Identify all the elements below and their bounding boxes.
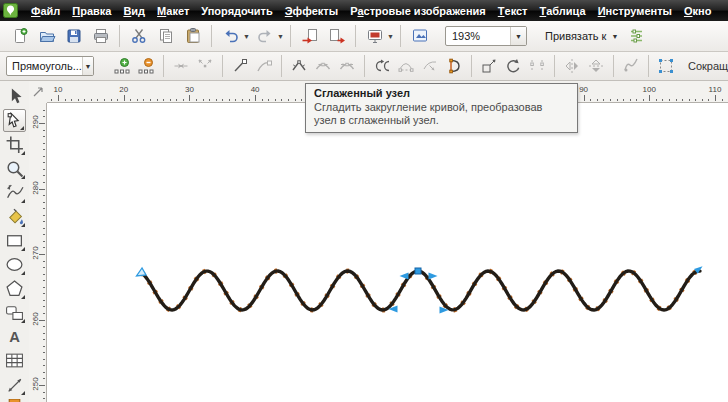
freehand-tool[interactable] (3, 181, 26, 204)
menu-item-edit[interactable]: Правка (66, 0, 117, 21)
undo-icon[interactable] (219, 25, 242, 48)
ruler-tick (43, 293, 45, 294)
coreldraw-app-icon[interactable] (3, 3, 18, 18)
ruler-origin-icon[interactable] (29, 81, 47, 103)
zoom-level-combo[interactable]: 193% ▼ (445, 26, 527, 46)
extend-curve-to-close-icon[interactable] (395, 55, 417, 77)
cut-icon[interactable] (127, 25, 150, 48)
flyout-corner-icon (21, 223, 25, 227)
ruler-tick (43, 261, 45, 262)
property-bar-divider (281, 55, 282, 77)
flyout-corner-icon (21, 247, 25, 251)
convert-to-curve-icon[interactable] (253, 55, 275, 77)
preset-combo-arrow-icon[interactable]: ▼ (82, 57, 93, 75)
application-launcher-dropdown-arrow-icon[interactable]: ▼ (386, 33, 395, 40)
menu-item-effects[interactable]: Эффекты (279, 0, 344, 21)
crop-tool[interactable] (3, 133, 26, 156)
align-nodes-icon[interactable] (526, 55, 548, 77)
menu-item-layout[interactable]: Макет (151, 0, 195, 21)
basic-shapes-tool[interactable] (3, 301, 26, 324)
snap-to-button[interactable]: Привязать к ▼ (541, 28, 622, 44)
preset-combo-value: Прямоуголь... (12, 60, 82, 72)
add-node-icon[interactable] (111, 55, 133, 77)
ruler-tick (43, 208, 45, 209)
interactive-fill-tool[interactable] (3, 397, 26, 402)
menu-item-table[interactable]: Таблица (534, 0, 592, 21)
ruler-tick (617, 99, 618, 101)
symmetrical-node-icon[interactable] (336, 55, 358, 77)
break-curve-icon[interactable] (194, 55, 216, 77)
property-bar-divider (613, 55, 614, 77)
smart-fill-tool[interactable] (3, 205, 26, 228)
ruler-tick (43, 326, 45, 327)
ruler-tick (170, 99, 171, 101)
rectangle-tool[interactable] (3, 229, 26, 252)
preset-combo[interactable]: Прямоуголь... ▼ (6, 56, 94, 76)
paste-icon[interactable] (181, 25, 204, 48)
table-tool[interactable] (3, 349, 26, 372)
ruler-tick (262, 99, 263, 101)
svg-text:А: А (9, 329, 20, 345)
redo-dropdown-arrow-icon[interactable]: ▼ (276, 33, 285, 40)
zoom-tool[interactable] (3, 157, 26, 180)
zoom-combo-arrow-icon[interactable]: ▼ (510, 27, 526, 45)
standard-toolbar: ▼▼▼ 193% ▼ Привязать к ▼ (0, 21, 728, 52)
ruler-tick (669, 99, 670, 101)
ruler-tick (229, 99, 230, 101)
ruler-tick (43, 247, 45, 248)
ruler-tick (43, 221, 45, 222)
ruler-tick (43, 110, 45, 111)
rotate-nodes-icon[interactable] (502, 55, 524, 77)
ellipse-tool[interactable] (3, 253, 26, 276)
ruler-number: 110 (709, 85, 722, 94)
vertical-reflection-icon[interactable] (585, 55, 607, 77)
vertical-ruler[interactable]: 290280270260250 (29, 103, 47, 402)
cusp-node-icon[interactable] (288, 55, 310, 77)
delete-node-icon[interactable] (135, 55, 157, 77)
flyout-corner-icon (21, 271, 25, 275)
new-document-icon[interactable] (8, 25, 31, 48)
ruler-tick (43, 130, 45, 131)
export-icon[interactable] (325, 25, 348, 48)
stretch-nodes-icon[interactable] (478, 55, 500, 77)
horizontal-reflection-icon[interactable] (561, 55, 583, 77)
menu-item-text[interactable]: Текст (492, 0, 534, 21)
ruler-tick (597, 99, 598, 101)
menu-item-bitmaps[interactable]: Растровые изображения (344, 0, 492, 21)
ruler-tick (249, 99, 250, 101)
snap-options-icon[interactable] (624, 25, 647, 48)
menu-item-tools[interactable]: Инструменты (592, 0, 678, 21)
shape-tool[interactable] (3, 109, 26, 132)
join-nodes-icon[interactable] (170, 55, 192, 77)
ruler-tick (196, 99, 197, 101)
print-icon[interactable] (89, 25, 112, 48)
open-folder-icon[interactable] (35, 25, 58, 48)
welcome-screen-icon[interactable] (408, 25, 431, 48)
extract-subpath-icon[interactable] (419, 55, 441, 77)
select-all-nodes-icon[interactable] (655, 55, 677, 77)
ruler-tick (695, 99, 696, 101)
text-tool[interactable]: А (3, 325, 26, 348)
elastic-mode-icon[interactable] (620, 55, 642, 77)
close-curve-icon[interactable] (443, 55, 465, 77)
canvas[interactable] (47, 103, 728, 402)
reverse-direction-icon[interactable] (371, 55, 393, 77)
convert-to-line-icon[interactable] (229, 55, 251, 77)
import-icon[interactable] (298, 25, 321, 48)
redo-icon[interactable] (253, 25, 276, 48)
menu-item-arrange[interactable]: Упорядочить (195, 0, 279, 21)
polygon-tool[interactable] (3, 277, 26, 300)
menu-item-file[interactable]: Файл (25, 0, 66, 21)
dimension-tool[interactable] (3, 373, 26, 396)
ruler-tick (649, 95, 650, 101)
smooth-node-icon[interactable] (312, 55, 334, 77)
application-launcher-icon[interactable] (363, 25, 386, 48)
copy-icon[interactable] (154, 25, 177, 48)
save-icon[interactable] (62, 25, 85, 48)
property-bar-divider (471, 55, 472, 77)
menu-item-window[interactable]: Окно (678, 0, 717, 21)
menu-item-view[interactable]: Вид (117, 0, 151, 21)
tooltip-body: Сгладить закругление кривой, преобразова… (314, 101, 569, 127)
undo-dropdown-arrow-icon[interactable]: ▼ (242, 33, 251, 40)
pick-tool[interactable] (3, 85, 26, 108)
